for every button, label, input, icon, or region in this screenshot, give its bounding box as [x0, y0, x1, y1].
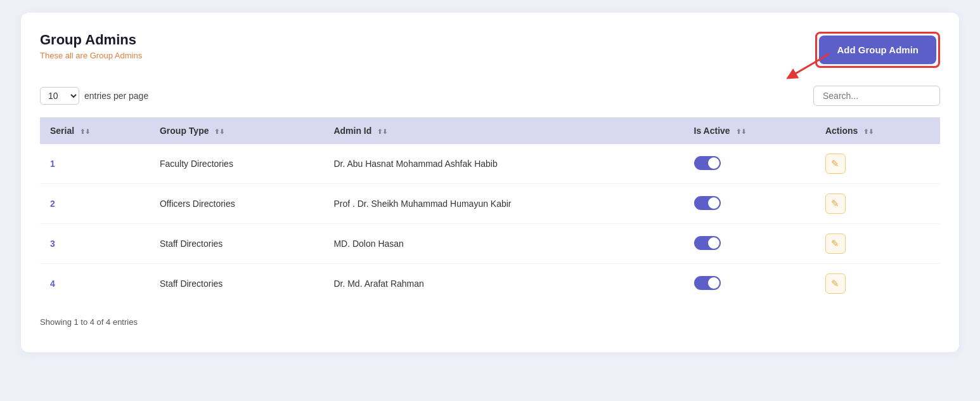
- cell-is-active: [684, 144, 815, 184]
- col-group-type: Group Type ⬆⬇: [150, 117, 323, 144]
- arrow-icon: [778, 51, 835, 86]
- add-group-admin-button[interactable]: Add Group Admin: [819, 36, 936, 64]
- table-header: Serial ⬆⬇ Group Type ⬆⬇ Admin Id ⬆⬇ Is A…: [40, 117, 940, 144]
- col-is-active: Is Active ⬆⬇: [684, 117, 815, 144]
- cell-group-type: Staff Directories: [150, 224, 323, 264]
- page-title: Group Admins: [40, 32, 142, 48]
- cell-serial: 3: [40, 224, 150, 264]
- cell-serial: 1: [40, 144, 150, 184]
- entries-label: entries per page: [84, 91, 148, 101]
- table-body: 1Faculty DirectoriesDr. Abu Hasnat Moham…: [40, 144, 940, 303]
- cell-group-type: Faculty Directories: [150, 144, 323, 184]
- edit-button[interactable]: ✎: [825, 154, 846, 174]
- table-row: 3Staff DirectoriesMD. Dolon Hasan✎: [40, 224, 940, 264]
- sort-icon-is-active: ⬆⬇: [736, 128, 746, 135]
- svg-line-0: [791, 54, 829, 76]
- table-row: 1Faculty DirectoriesDr. Abu Hasnat Moham…: [40, 144, 940, 184]
- edit-button[interactable]: ✎: [825, 233, 846, 254]
- sort-icon-group-type: ⬆⬇: [214, 128, 224, 135]
- controls-row: 10 25 50 100 entries per page: [40, 86, 940, 106]
- cell-actions: ✎: [815, 264, 940, 304]
- add-button-area: Add Group Admin: [815, 32, 940, 68]
- header-row: Group Admins These all are Group Admins …: [40, 32, 940, 68]
- is-active-toggle[interactable]: [694, 236, 721, 250]
- sort-icon-actions: ⬆⬇: [863, 128, 874, 135]
- entries-control: 10 25 50 100 entries per page: [40, 87, 148, 105]
- cell-admin-id: Dr. Md. Arafat Rahman: [323, 264, 683, 304]
- title-block: Group Admins These all are Group Admins: [40, 32, 142, 60]
- is-active-toggle[interactable]: [694, 276, 721, 290]
- col-serial: Serial ⬆⬇: [40, 117, 150, 144]
- cell-is-active: [684, 264, 815, 304]
- cell-actions: ✎: [815, 224, 940, 264]
- cell-group-type: Staff Directories: [150, 264, 323, 304]
- cell-serial: 4: [40, 264, 150, 304]
- cell-actions: ✎: [815, 144, 940, 184]
- footer-showing-text: Showing 1 to 4 of 4 entries: [40, 317, 940, 327]
- table-row: 4Staff DirectoriesDr. Md. Arafat Rahman✎: [40, 264, 940, 304]
- cell-serial: 2: [40, 184, 150, 224]
- serial-link[interactable]: 3: [50, 239, 55, 249]
- cell-admin-id: MD. Dolon Hasan: [323, 224, 683, 264]
- cell-admin-id: Dr. Abu Hasnat Mohammad Ashfak Habib: [323, 144, 683, 184]
- col-admin-id: Admin Id ⬆⬇: [323, 117, 683, 144]
- page-subtitle: These all are Group Admins: [40, 51, 142, 60]
- serial-link[interactable]: 4: [50, 279, 55, 289]
- table-row: 2Officers DirectoriesProf . Dr. Sheikh M…: [40, 184, 940, 224]
- group-admins-table: Serial ⬆⬇ Group Type ⬆⬇ Admin Id ⬆⬇ Is A…: [40, 117, 940, 303]
- is-active-toggle[interactable]: [694, 156, 721, 170]
- search-input[interactable]: [813, 86, 940, 106]
- edit-button[interactable]: ✎: [825, 273, 846, 294]
- col-actions: Actions ⬆⬇: [815, 117, 940, 144]
- main-card: Group Admins These all are Group Admins …: [21, 13, 959, 352]
- serial-link[interactable]: 1: [50, 159, 55, 169]
- cell-is-active: [684, 224, 815, 264]
- cell-is-active: [684, 184, 815, 224]
- sort-icon-serial: ⬆⬇: [80, 128, 90, 135]
- cell-actions: ✎: [815, 184, 940, 224]
- serial-link[interactable]: 2: [50, 199, 55, 209]
- cell-group-type: Officers Directories: [150, 184, 323, 224]
- sort-icon-admin-id: ⬆⬇: [377, 128, 387, 135]
- edit-button[interactable]: ✎: [825, 194, 846, 214]
- is-active-toggle[interactable]: [694, 196, 721, 210]
- cell-admin-id: Prof . Dr. Sheikh Muhammad Humayun Kabir: [323, 184, 683, 224]
- entries-per-page-select[interactable]: 10 25 50 100: [40, 87, 79, 105]
